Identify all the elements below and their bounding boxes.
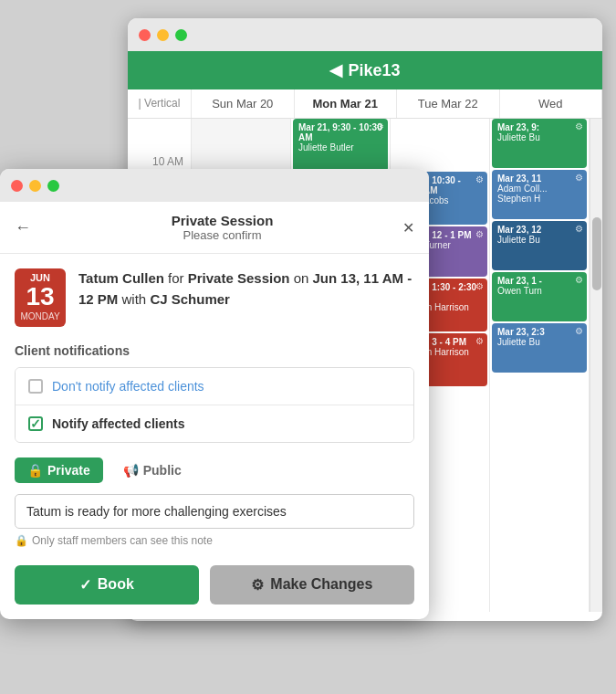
lock-small-icon: 🔒 (15, 534, 28, 547)
gear-icon: ⚙ (475, 229, 484, 239)
gear-icon: ⚙ (575, 275, 583, 285)
gear-icon: ⚙ (475, 281, 484, 291)
booking-info: JUN 13 MONDAY Tatum Cullen for Private S… (15, 268, 414, 327)
notifications-section-label: Client notifications (15, 343, 414, 358)
desc-for: for (168, 270, 188, 286)
client-name: Tatum Cullen (78, 270, 164, 286)
note-input[interactable] (15, 494, 414, 529)
cal-event-9[interactable]: ⚙ Mar 23, 2:3 Juliette Bu (492, 323, 587, 373)
notif-checkbox-unchecked[interactable] (28, 379, 43, 394)
date-weekday: MONDAY (15, 311, 66, 321)
make-changes-button[interactable]: ⚙ Make Changes (210, 565, 414, 605)
modal-subtitle: Please confirm (42, 228, 402, 242)
action-row: ✓ Book ⚙ Make Changes (15, 562, 414, 605)
event-name: Owen Turn (497, 286, 581, 296)
dot-green[interactable] (175, 29, 187, 41)
modal-header: ← Private Session Please confirm ✕ (0, 202, 429, 254)
gear-icon: ⚙ (575, 121, 583, 131)
cal-event-1[interactable]: ⚙ Mar 21, 9:30 - 10:30 AM Juliette Butle… (293, 119, 388, 172)
day-col-wed: ⚙ Mar 23, 9: Juliette Bu ⚙ Mar 23, 11 Ad… (490, 119, 590, 612)
modal-window: ← Private Session Please confirm ✕ JUN 1… (0, 169, 429, 619)
booking-description: Tatum Cullen for Private Session on Jun … (78, 268, 414, 310)
lock-icon: 🔒 (27, 463, 43, 478)
calendar-titlebar (128, 18, 602, 51)
note-hint-text: Only staff members can see this note (32, 534, 213, 547)
cal-event-6[interactable]: ⚙ Mar 23, 12 Juliette Bu (492, 221, 587, 270)
event-name: Juliette Bu (497, 337, 581, 347)
note-hint: 🔒 Only staff members can see this note (15, 534, 414, 547)
gear-icon: ⚙ (376, 121, 384, 131)
pike13-name: Pike13 (348, 61, 400, 80)
notif-option-unchecked[interactable]: Don't notify affected clients (16, 368, 413, 405)
service-name: Private Session (188, 270, 290, 286)
calendar-header-bar: ◀ Pike13 (128, 51, 602, 89)
col-vertical[interactable]: | Vertical (128, 89, 192, 118)
modal-body: JUN 13 MONDAY Tatum Cullen for Private S… (0, 254, 429, 619)
book-button[interactable]: ✓ Book (15, 565, 199, 605)
make-changes-label: Make Changes (270, 576, 372, 593)
col-mon[interactable]: Mon Mar 21 (295, 89, 398, 118)
desc-on: on (294, 270, 313, 286)
cal-event-4[interactable]: ⚙ Mar 23, 11 Adam Coll... Stephen H (492, 170, 587, 219)
notif-label-unchecked: Don't notify affected clients (52, 379, 204, 394)
gear-icon: ⚙ (575, 173, 583, 183)
check-mark-icon: ✓ (30, 416, 41, 431)
modal-title-block: Private Session Please confirm (42, 213, 402, 242)
book-label: Book (98, 576, 134, 593)
date-badge: JUN 13 MONDAY (15, 268, 66, 327)
check-icon: ✓ (79, 576, 91, 594)
modal-dot-red[interactable] (11, 180, 23, 192)
modal-title: Private Session (42, 213, 402, 228)
modal-dot-yellow[interactable] (29, 180, 41, 192)
col-sun[interactable]: Sun Mar 20 (192, 89, 295, 118)
cal-event-7[interactable]: ⚙ Mar 23, 1 - Owen Turn (492, 272, 587, 321)
public-icon: 📢 (123, 463, 139, 478)
event-time: Mar 23, 2:3 (497, 327, 581, 337)
privacy-row: 🔒 Private 📢 Public (15, 457, 414, 483)
event-name-2: Stephen H (497, 194, 581, 204)
scrollbar-thumb[interactable] (592, 217, 601, 290)
gear-icon: ⚙ (475, 336, 484, 346)
calendar-cols-header: | Vertical Sun Mar 20 Mon Mar 21 Tue Mar… (128, 89, 602, 119)
event-name: Adam Coll... (497, 184, 581, 194)
event-name: Juliette Bu (497, 132, 581, 142)
private-button[interactable]: 🔒 Private (15, 457, 103, 483)
modal-titlebar (0, 169, 429, 202)
private-label: Private (47, 463, 90, 478)
col-tue[interactable]: Tue Mar 22 (397, 89, 500, 118)
event-name: Juliette Bu (497, 235, 581, 245)
col-wed[interactable]: Wed (500, 89, 603, 118)
event-time: Mar 23, 12 (497, 225, 581, 235)
pike13-logo: ◀ Pike13 (329, 60, 400, 80)
event-time: Mar 23, 11 (497, 174, 581, 184)
public-button[interactable]: 📢 Public (110, 457, 194, 483)
modal-dot-green[interactable] (47, 180, 59, 192)
scrollbar[interactable] (590, 119, 602, 612)
gear-icon: ⚙ (475, 174, 484, 184)
notif-label-checked: Notify affected clients (52, 416, 184, 431)
notif-checkbox-checked[interactable]: ✓ (28, 416, 43, 431)
event-time: Mar 21, 9:30 - 10:30 AM (298, 122, 382, 142)
staff-name: CJ Schumer (150, 291, 230, 307)
gear-icon: ⚙ (575, 224, 583, 234)
pike13-arrow-icon: ◀ (329, 60, 342, 80)
dot-yellow[interactable] (157, 29, 169, 41)
event-name: Juliette Butler (298, 142, 382, 152)
event-time: Mar 23, 1 - (497, 276, 581, 286)
dot-red[interactable] (139, 29, 151, 41)
notif-option-checked[interactable]: ✓ Notify affected clients (16, 405, 413, 442)
desc-with: with (122, 291, 151, 307)
close-button[interactable]: ✕ (402, 219, 414, 237)
date-day: 13 (15, 283, 66, 311)
back-button[interactable]: ← (15, 218, 31, 237)
notification-box: Don't notify affected clients ✓ Notify a… (15, 367, 414, 443)
event-time: Mar 23, 9: (497, 122, 581, 132)
cal-event-3[interactable]: ⚙ Mar 23, 9: Juliette Bu (492, 119, 587, 168)
gear-icon: ⚙ (251, 576, 264, 594)
public-label: Public (143, 463, 182, 478)
gear-icon: ⚙ (575, 326, 583, 336)
